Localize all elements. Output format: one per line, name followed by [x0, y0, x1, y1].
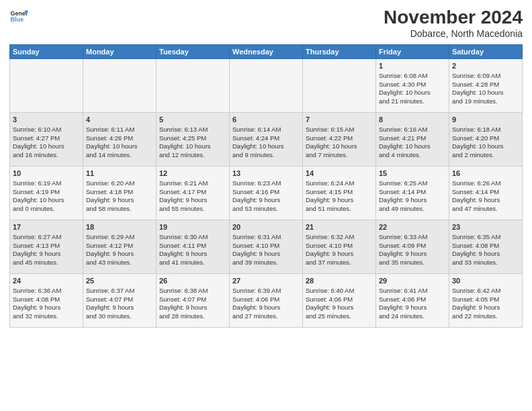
day-info: Sunset: 4:30 PM — [379, 81, 446, 89]
day-info: Daylight: 10 hours — [13, 142, 80, 151]
day-info: Sunrise: 6:13 AM — [159, 126, 226, 134]
day-info: Sunrise: 6:31 AM — [232, 233, 300, 242]
day-info: and 28 minutes. — [159, 312, 226, 321]
day-info: Sunset: 4:27 PM — [13, 134, 80, 143]
day-number: 5 — [159, 115, 226, 125]
day-info: Sunset: 4:06 PM — [232, 295, 300, 304]
day-info: Daylight: 9 hours — [379, 304, 446, 312]
day-number: 17 — [13, 222, 80, 232]
day-info: and 32 minutes. — [13, 312, 80, 321]
day-number: 12 — [159, 169, 226, 179]
day-number: 11 — [86, 169, 153, 179]
day-info: and 0 minutes. — [13, 205, 80, 214]
cell-2-3: 5Sunrise: 6:13 AMSunset: 4:25 PMDaylight… — [157, 113, 230, 167]
cell-4-2: 18Sunrise: 6:29 AMSunset: 4:12 PMDayligh… — [83, 220, 157, 274]
cell-1-6: 1Sunrise: 6:08 AMSunset: 4:30 PMDaylight… — [376, 59, 449, 113]
day-info: Daylight: 9 hours — [159, 304, 226, 312]
title-section: November 2024 Dobarce, North Macedonia — [384, 7, 523, 39]
day-info: Daylight: 9 hours — [86, 304, 153, 312]
day-info: Sunset: 4:13 PM — [13, 242, 80, 250]
day-number: 1 — [379, 61, 446, 71]
day-info: and 27 minutes. — [232, 312, 300, 321]
day-info: Daylight: 9 hours — [232, 250, 300, 259]
week-row-5: 24Sunrise: 6:36 AMSunset: 4:08 PMDayligh… — [10, 274, 523, 328]
cell-3-2: 11Sunrise: 6:20 AMSunset: 4:18 PMDayligh… — [83, 167, 157, 220]
cell-5-5: 28Sunrise: 6:40 AMSunset: 4:06 PMDayligh… — [303, 274, 376, 328]
day-number: 26 — [159, 276, 226, 286]
day-info: and 7 minutes. — [306, 151, 373, 160]
day-info: Daylight: 10 hours — [452, 89, 519, 97]
day-info: Sunrise: 6:16 AM — [379, 126, 446, 134]
week-row-3: 10Sunrise: 6:19 AMSunset: 4:19 PMDayligh… — [10, 167, 523, 220]
cell-5-7: 30Sunrise: 6:42 AMSunset: 4:05 PMDayligh… — [449, 274, 523, 328]
cell-4-5: 21Sunrise: 6:32 AMSunset: 4:10 PMDayligh… — [303, 220, 376, 274]
day-info: Daylight: 9 hours — [452, 250, 519, 259]
day-info: Sunset: 4:25 PM — [159, 134, 226, 143]
day-info: and 33 minutes. — [452, 259, 519, 267]
day-info: Daylight: 10 hours — [232, 142, 300, 151]
cell-3-6: 15Sunrise: 6:25 AMSunset: 4:14 PMDayligh… — [376, 167, 449, 220]
day-number: 19 — [159, 222, 226, 232]
day-info: Sunrise: 6:39 AM — [232, 287, 300, 295]
day-info: Sunset: 4:10 PM — [306, 242, 373, 250]
cell-4-7: 23Sunrise: 6:35 AMSunset: 4:08 PMDayligh… — [449, 220, 523, 274]
day-info: Sunset: 4:21 PM — [379, 134, 446, 143]
cell-1-7: 2Sunrise: 6:09 AMSunset: 4:28 PMDaylight… — [449, 59, 523, 113]
day-info: Daylight: 10 hours — [452, 142, 519, 151]
day-info: Sunrise: 6:26 AM — [452, 179, 519, 188]
day-info: Sunset: 4:19 PM — [13, 188, 80, 197]
day-info: and 21 minutes. — [379, 97, 446, 106]
day-info: and 58 minutes. — [86, 205, 153, 214]
col-saturday: Saturday — [449, 45, 523, 59]
day-info: Sunrise: 6:20 AM — [86, 179, 153, 188]
cell-5-1: 24Sunrise: 6:36 AMSunset: 4:08 PMDayligh… — [10, 274, 83, 328]
page: General Blue November 2024 Dobarce, Nort… — [0, 0, 532, 411]
logo: General Blue — [9, 7, 28, 26]
day-info: Daylight: 9 hours — [159, 250, 226, 259]
day-info: Sunrise: 6:41 AM — [379, 287, 446, 295]
day-number: 20 — [232, 222, 300, 232]
day-info: Sunset: 4:07 PM — [86, 295, 153, 304]
day-info: Sunset: 4:28 PM — [452, 81, 519, 89]
day-info: Sunrise: 6:27 AM — [13, 233, 80, 242]
day-number: 10 — [13, 169, 80, 179]
cell-4-3: 19Sunrise: 6:30 AMSunset: 4:11 PMDayligh… — [157, 220, 230, 274]
day-info: Sunrise: 6:10 AM — [13, 126, 80, 134]
day-info: Daylight: 9 hours — [452, 196, 519, 205]
day-number: 2 — [452, 61, 519, 71]
day-info: Sunset: 4:07 PM — [159, 295, 226, 304]
day-info: Sunset: 4:18 PM — [86, 188, 153, 197]
day-number: 7 — [306, 115, 373, 125]
day-info: and 4 minutes. — [379, 151, 446, 160]
day-info: and 37 minutes. — [306, 259, 373, 267]
day-info: and 22 minutes. — [452, 312, 519, 321]
day-info: and 51 minutes. — [306, 205, 373, 214]
cell-2-7: 9Sunrise: 6:18 AMSunset: 4:20 PMDaylight… — [449, 113, 523, 167]
day-info: Daylight: 9 hours — [306, 250, 373, 259]
cell-5-3: 26Sunrise: 6:38 AMSunset: 4:07 PMDayligh… — [157, 274, 230, 328]
day-info: Sunrise: 6:32 AM — [306, 233, 373, 242]
day-number: 16 — [452, 169, 519, 179]
day-info: and 2 minutes. — [452, 151, 519, 160]
day-info: Daylight: 9 hours — [159, 196, 226, 205]
day-info: Daylight: 9 hours — [232, 304, 300, 312]
day-info: and 55 minutes. — [159, 205, 226, 214]
day-info: Sunrise: 6:42 AM — [452, 287, 519, 295]
day-number: 4 — [86, 115, 153, 125]
day-number: 9 — [452, 115, 519, 125]
cell-3-5: 14Sunrise: 6:24 AMSunset: 4:15 PMDayligh… — [303, 167, 376, 220]
day-info: Daylight: 9 hours — [13, 250, 80, 259]
day-number: 21 — [306, 222, 373, 232]
day-number: 8 — [379, 115, 446, 125]
calendar-table: Sunday Monday Tuesday Wednesday Thursday… — [9, 44, 523, 328]
svg-text:Blue: Blue — [10, 16, 24, 23]
day-number: 15 — [379, 169, 446, 179]
day-info: and 43 minutes. — [86, 259, 153, 267]
day-info: Sunset: 4:15 PM — [306, 188, 373, 197]
day-info: Daylight: 9 hours — [13, 304, 80, 312]
day-info: Daylight: 10 hours — [379, 142, 446, 151]
day-info: and 9 minutes. — [232, 151, 300, 160]
day-info: Sunset: 4:12 PM — [86, 242, 153, 250]
day-number: 14 — [306, 169, 373, 179]
day-number: 28 — [306, 276, 373, 286]
